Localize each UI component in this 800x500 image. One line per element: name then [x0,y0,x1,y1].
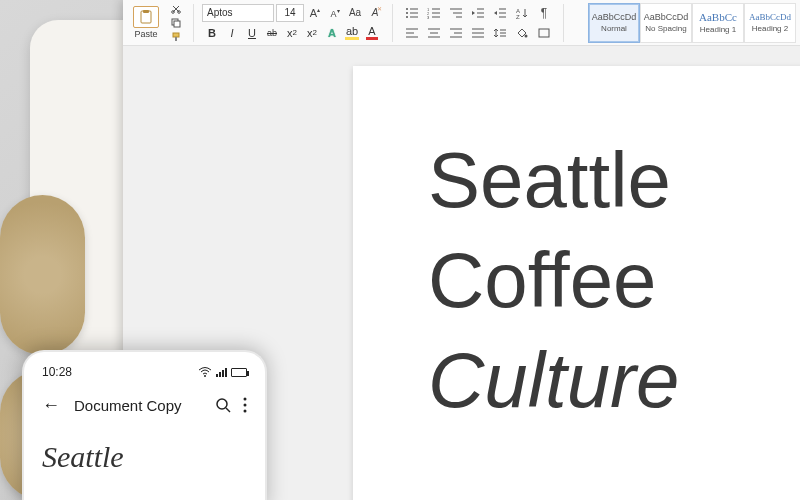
highlight-button[interactable]: ab [342,24,362,42]
spacing-icon [493,27,507,39]
phone-doc-title: Document Copy [74,397,182,414]
phone-status-bar: 10:28 [42,362,247,382]
sort-button[interactable]: AZ [511,4,533,22]
align-left-icon [405,27,419,39]
change-case-button[interactable]: Aa [346,4,364,22]
clipboard-icon [138,9,154,25]
style-name-label: Heading 2 [752,24,788,33]
svg-point-10 [406,12,408,14]
title-line-1: Seattle [428,131,800,231]
svg-line-50 [226,408,230,412]
style-preview: AaBbCcDd [644,12,689,22]
decrease-indent-button[interactable] [467,4,489,22]
paste-label: Paste [134,29,157,39]
format-painter-button[interactable] [167,30,185,43]
subscript-button[interactable]: x2 [282,24,302,42]
shading-button[interactable] [511,24,533,42]
font-size-select[interactable]: 14 [276,4,304,22]
style-heading-2[interactable]: AaBbCcDd Heading 2 [744,3,796,43]
font-name-select[interactable]: Aptos [202,4,274,22]
svg-point-48 [204,375,206,377]
style-preview: AaBbCc [699,11,737,23]
phone-overlay: 10:28 ← Document Copy Seattle [22,350,267,500]
svg-rect-47 [539,29,549,37]
numbering-button[interactable]: 123 [423,4,445,22]
bold-button[interactable]: B [202,24,222,42]
phone-doc-content[interactable]: Seattle [42,440,247,474]
svg-text:3: 3 [427,15,430,19]
cookie-decor-1 [0,195,85,355]
align-left-button[interactable] [401,24,423,42]
font-color-button[interactable]: A [362,24,382,42]
borders-button[interactable] [533,24,555,42]
svg-point-52 [244,404,247,407]
scissors-icon [171,4,181,14]
signal-icon [216,367,227,377]
bullets-icon [405,7,419,19]
document-page[interactable]: Seattle Coffee Culture [353,66,800,500]
italic-button[interactable]: I [222,24,242,42]
paste-button[interactable] [133,6,159,28]
align-right-icon [449,27,463,39]
document-title[interactable]: Seattle Coffee Culture [428,131,800,430]
copy-icon [171,18,181,28]
style-no-spacing[interactable]: AaBbCcDd No Spacing [640,3,692,43]
svg-rect-7 [175,37,177,41]
style-preview: AaBbCcDd [749,12,791,22]
svg-rect-1 [143,10,149,13]
svg-rect-6 [173,33,179,37]
phone-header: ← Document Copy [42,392,247,418]
align-center-icon [427,27,441,39]
separator [193,4,194,42]
style-name-label: Normal [601,24,627,33]
numbering-icon: 123 [427,7,441,19]
justify-icon [471,27,485,39]
more-button[interactable] [243,397,247,413]
increase-indent-button[interactable] [489,4,511,22]
line-spacing-button[interactable] [489,24,511,42]
svg-point-51 [244,398,247,401]
title-line-2: Coffee [428,231,800,331]
indent-icon [493,7,507,19]
style-name-label: Heading 1 [700,25,736,34]
style-normal[interactable]: AaBbCcDd Normal [588,3,640,43]
back-button[interactable]: ← [42,395,60,416]
outdent-icon [471,7,485,19]
shrink-font-button[interactable]: A▾ [326,4,344,22]
strikethrough-button[interactable]: ab [262,24,282,42]
show-marks-button[interactable]: ¶ [533,4,555,22]
clear-formatting-button[interactable]: A✕ [366,4,384,22]
svg-point-46 [525,34,528,37]
copy-button[interactable] [167,16,185,29]
ribbon-toolbar: Paste Aptos 14 A▴ A▾ Aa A✕ B I U [123,0,800,46]
separator [392,4,393,42]
phone-time: 10:28 [42,365,72,379]
underline-button[interactable]: U [242,24,262,42]
styles-gallery: AaBbCcDd Normal AaBbCcDd No Spacing AaBb… [588,3,796,43]
svg-point-49 [217,399,227,409]
more-vertical-icon [243,397,247,413]
wifi-icon [198,367,212,377]
justify-button[interactable] [467,24,489,42]
sort-icon: AZ [515,7,529,19]
align-center-button[interactable] [423,24,445,42]
style-name-label: No Spacing [645,24,686,33]
svg-point-12 [406,16,408,18]
svg-text:Z: Z [516,14,520,19]
grow-font-button[interactable]: A▴ [306,4,324,22]
bullets-button[interactable] [401,4,423,22]
style-preview: AaBbCcDd [592,12,637,22]
align-right-button[interactable] [445,24,467,42]
search-icon [215,397,231,413]
search-button[interactable] [215,397,231,413]
svg-rect-5 [174,21,180,27]
superscript-button[interactable]: x2 [302,24,322,42]
multilevel-list-button[interactable] [445,4,467,22]
border-icon [537,27,551,39]
style-heading-1[interactable]: AaBbCc Heading 1 [692,3,744,43]
cut-button[interactable] [167,2,185,15]
bucket-icon [515,27,529,39]
battery-icon [231,368,247,377]
text-effects-button[interactable]: A [322,24,342,42]
separator [563,4,564,42]
